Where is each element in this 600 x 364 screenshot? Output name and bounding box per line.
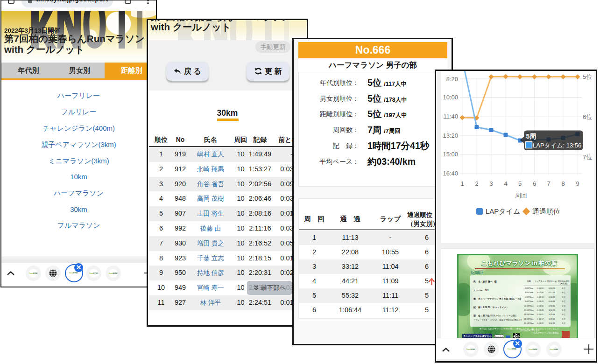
svg-text:LAPタイム: LAPタイム (486, 207, 520, 215)
svg-text:13:20: 13:20 (443, 132, 458, 139)
svg-text:6位: 6位 (583, 113, 592, 120)
svg-text:4: 4 (504, 180, 507, 187)
svg-text:5位: 5位 (583, 73, 592, 80)
svg-text:通過順位: 通過順位 (532, 207, 560, 215)
svg-text:周回: 周回 (515, 192, 527, 199)
svg-text:16:40: 16:40 (443, 170, 458, 177)
svg-text:8: 8 (561, 180, 565, 187)
svg-text:5: 5 (518, 180, 522, 187)
svg-text:LAPタイム: 13:56: LAPタイム: 13:56 (533, 142, 581, 149)
svg-text:15:00: 15:00 (443, 151, 458, 158)
svg-text:9: 9 (576, 180, 579, 187)
svg-text:5周: 5周 (526, 133, 536, 140)
svg-text:3: 3 (489, 180, 493, 187)
svg-text:6: 6 (533, 180, 536, 187)
svg-text:8:20: 8:20 (446, 76, 458, 83)
svg-text:7位: 7位 (583, 154, 592, 161)
svg-text:10:00: 10:00 (443, 94, 458, 101)
svg-text:7: 7 (547, 180, 550, 187)
svg-text:11:40: 11:40 (443, 113, 458, 120)
svg-text:2: 2 (475, 180, 478, 187)
svg-text:1: 1 (460, 180, 464, 187)
